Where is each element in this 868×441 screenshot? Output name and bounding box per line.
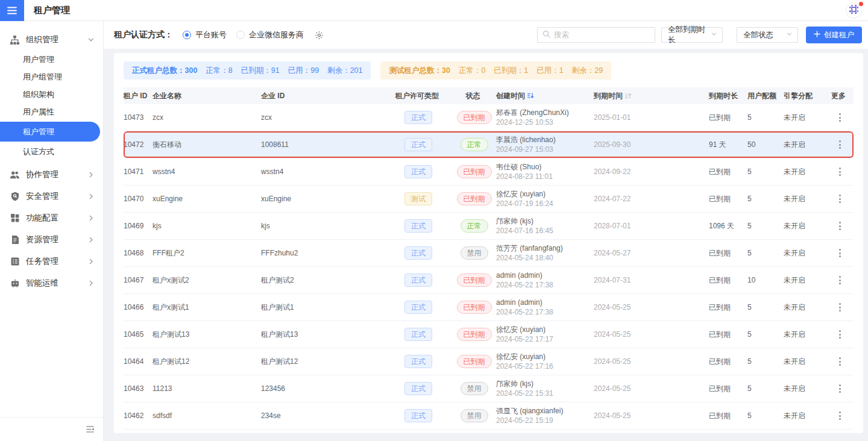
collapse-sidebar-icon[interactable] xyxy=(86,425,95,434)
auth-radio[interactable]: 平台账号 xyxy=(183,30,227,40)
sidebar-item[interactable]: 用户组管理 xyxy=(0,68,103,86)
cell-more xyxy=(826,219,854,233)
cell-more xyxy=(826,301,854,314)
row-more-button[interactable] xyxy=(834,165,845,178)
created-time: 2024-05-24 18:40 xyxy=(496,253,563,263)
sidebar-item[interactable]: 组织架构 xyxy=(0,86,103,103)
cell-expire-date: 2024-09-22 xyxy=(594,167,709,176)
stats-segment: 已到期：1 xyxy=(494,66,528,76)
sidebar-item[interactable]: 用户属性 xyxy=(0,103,103,120)
cell-tenant-id: 10469 xyxy=(124,222,153,230)
sidebar-group-ops[interactable]: 智能运维 xyxy=(0,272,103,294)
sidebar-group-org-chart[interactable]: 组织管理 xyxy=(0,29,103,51)
table-row[interactable]: 1046311213123456正式禁用邝家帅 (kjs)2024-05-22 … xyxy=(124,375,854,402)
auth-settings-gear-icon[interactable] xyxy=(315,31,324,40)
table-row[interactable]: 10466租户x测试1租户测试1正式已到期admin (admin)2024-0… xyxy=(124,294,854,321)
auth-radio[interactable]: 企业微信服务商 xyxy=(236,30,304,40)
table-row[interactable]: 10469kjskjs正式正常邝家帅 (kjs)2024-07-16 16:45… xyxy=(124,213,854,240)
row-more-button[interactable] xyxy=(834,246,845,260)
table-row[interactable]: 10465租户测试13租户测试13正式已到期徐忆安 (xuyian)2024-0… xyxy=(124,321,854,348)
cell-quota: 5 xyxy=(747,303,784,311)
status-badge: 已到期 xyxy=(457,111,492,124)
creator-info: 郑春喜 (ZhengChunXi)2024-12-25 10:53 xyxy=(496,108,569,127)
column-header-6[interactable]: 到期时间 xyxy=(594,91,709,101)
chevron-right-icon xyxy=(87,236,95,243)
expiry-filter-select[interactable]: 全部到期时长 xyxy=(661,27,723,43)
cell-company-name: 衡石移动 xyxy=(153,140,261,150)
sidebar-group-label: 资源管理 xyxy=(26,234,58,245)
created-time: 2024-07-19 16:24 xyxy=(496,199,553,208)
table-row[interactable]: 10471wsstn4wsstn4正式已到期韦仕硕 (Shuo)2024-08-… xyxy=(124,158,854,186)
table-row[interactable]: 10470xuEnginexuEngine测试已到期徐忆安 (xuyian)20… xyxy=(124,186,854,213)
cell-status-badge: 禁用 xyxy=(452,382,496,395)
cell-creator: admin (admin)2024-05-22 17:38 xyxy=(496,271,594,290)
sidebar-item[interactable]: 用户管理 xyxy=(0,51,103,68)
create-tenant-button[interactable]: 创建租户 xyxy=(806,27,862,43)
table-row[interactable]: 10468FFF租户2FFFzhuhu2正式禁用范芳芳 (fanfangfang… xyxy=(124,240,854,267)
cell-status-badge: 正常 xyxy=(452,219,496,233)
table-row[interactable]: 10473zcxzcx正式已到期郑春喜 (ZhengChunXi)2024-12… xyxy=(124,104,854,131)
radio-label: 企业微信服务商 xyxy=(249,30,304,40)
row-more-button[interactable] xyxy=(834,328,845,341)
column-header-0: 租户 ID xyxy=(124,91,153,101)
sidebar: 组织管理用户管理用户组管理组织架构用户属性租户管理认证方式协作管理安全管理功能配… xyxy=(0,21,104,441)
created-time: 2024-05-22 17:38 xyxy=(496,307,553,317)
cell-tenant-id: 10471 xyxy=(124,167,153,176)
row-more-button[interactable] xyxy=(834,192,845,205)
row-more-button[interactable] xyxy=(834,301,845,314)
table-row[interactable]: 10462sdfsdf234se正式禁用强显飞 (qiangxianfei)20… xyxy=(124,402,854,430)
cell-status-badge: 已到期 xyxy=(452,274,496,287)
chevron-right-icon xyxy=(87,193,95,200)
sidebar-item[interactable]: 租户管理 xyxy=(0,122,100,142)
cell-license-badge: 正式 xyxy=(385,246,452,260)
cell-duration: 已到期 xyxy=(709,167,747,177)
cell-tenant-id: 10463 xyxy=(124,384,153,393)
status-filter-select[interactable]: 全部状态 xyxy=(737,27,798,43)
creator-name: 李晨浩 (lichenhao) xyxy=(496,135,556,145)
sidebar-group-features[interactable]: 功能配置 xyxy=(0,207,103,229)
table-row[interactable]: 10467租户x测试2租户测试2正式已到期admin (admin)2024-0… xyxy=(124,267,854,294)
cell-creator: 郑春喜 (ZhengChunXi)2024-12-25 10:53 xyxy=(496,108,594,127)
row-more-button[interactable] xyxy=(834,138,845,151)
hamburger-menu-button[interactable] xyxy=(0,0,24,21)
cell-status-badge: 正常 xyxy=(452,138,496,151)
sidebar-group-resources[interactable]: 资源管理 xyxy=(0,229,103,251)
cell-duration: 91 天 xyxy=(709,140,747,150)
license-badge: 正式 xyxy=(404,138,432,151)
row-more-button[interactable] xyxy=(834,274,845,287)
cell-creator: 强显飞 (qiangxianfei)2024-05-22 15:19 xyxy=(496,406,594,425)
user-avatar-wrap xyxy=(846,2,862,19)
created-time: 2024-05-22 17:16 xyxy=(496,361,553,371)
cell-quota: 5 xyxy=(747,222,784,230)
expiry-filter-value: 全部到期时长 xyxy=(668,25,711,45)
stats-row: 正式租户总数：300正常：8已到期：91已用：99剩余：201测试租户总数：30… xyxy=(124,61,854,80)
cell-tenant-id: 10467 xyxy=(124,276,153,284)
search-input[interactable] xyxy=(554,31,651,39)
row-more-button[interactable] xyxy=(834,382,845,395)
table-row[interactable]: 10464租户测试12租户测试12正式已到期徐忆安 (xuyian)2024-0… xyxy=(124,348,854,375)
cell-status-badge: 已到期 xyxy=(452,165,496,178)
table-row[interactable]: 10472衡石移动1008611正式正常李晨浩 (lichenhao)2024-… xyxy=(124,131,854,158)
cell-company-id: 租户测试2 xyxy=(261,275,385,286)
created-time: 2024-05-22 17:38 xyxy=(496,280,553,290)
row-more-button[interactable] xyxy=(834,355,845,368)
row-more-button[interactable] xyxy=(834,111,845,124)
row-more-button[interactable] xyxy=(834,219,845,233)
cell-license-badge: 正式 xyxy=(385,328,452,341)
sidebar-group-tasks[interactable]: 任务管理 xyxy=(0,251,103,272)
cell-company-name: 租户测试12 xyxy=(153,357,261,367)
cell-tenant-id: 10470 xyxy=(124,195,153,203)
column-header-5[interactable]: 创建时间 xyxy=(496,91,594,101)
row-more-button[interactable] xyxy=(834,409,845,422)
sidebar-item[interactable]: 认证方式 xyxy=(0,143,103,160)
sidebar-group-collaboration[interactable]: 协作管理 xyxy=(0,164,103,186)
radio-dot-icon xyxy=(183,31,191,39)
cell-company-name: wsstn4 xyxy=(153,167,261,176)
features-icon xyxy=(10,213,20,224)
cell-status-badge: 已到期 xyxy=(452,328,496,341)
cell-company-id: xuEngine xyxy=(261,195,385,203)
resources-icon xyxy=(10,235,20,245)
sidebar-group-security[interactable]: 安全管理 xyxy=(0,186,103,207)
stats-segment: 正常：8 xyxy=(206,66,232,76)
status-badge: 已到期 xyxy=(457,328,492,341)
